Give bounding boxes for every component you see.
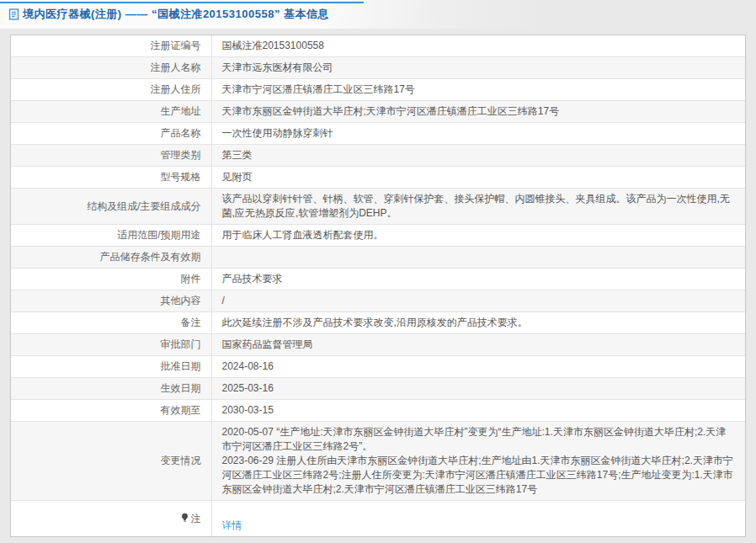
row-value: 天津市宁河区潘庄镇潘庄工业区三纬路17号 <box>211 79 745 101</box>
row-label: 适用范围/预期用途 <box>11 225 211 247</box>
row-value: 用于临床人工肾血液透析配套使用。 <box>211 225 745 247</box>
table-row-management-class: 管理类别 第三类 <box>11 145 745 167</box>
row-value: 国家药品监督管理局 <box>211 334 745 356</box>
row-value: 产品技术要求 <box>211 269 745 290</box>
row-value: 一次性使用动静脉穿刺针 <box>211 123 745 145</box>
details-link[interactable]: 详情 <box>222 519 242 531</box>
row-value: 详情 <box>211 501 745 537</box>
row-value: 此次延续注册不涉及产品技术要求改变,沿用原核发的产品技术要求。 <box>211 312 745 334</box>
row-label: 注册证编号 <box>11 35 211 57</box>
row-label: 注册人住所 <box>11 79 211 101</box>
row-value: 见附页 <box>211 167 745 189</box>
row-label: 产品名称 <box>11 123 211 145</box>
row-value: 2020-05-07 “生产地址:天津市东丽区金钟街道大毕庄村”变更为“生产地址… <box>211 422 745 501</box>
row-label: 备注 <box>11 312 211 334</box>
row-label: 结构及组成/主要组成成分 <box>11 189 211 225</box>
table-row-attachment: 附件 产品技术要求 <box>11 269 745 290</box>
table-row-other-content: 其他内容 / <box>11 290 745 312</box>
table-row-product-name: 产品名称 一次性使用动静脉穿刺针 <box>11 123 745 145</box>
row-value: 天津市东丽区金钟街道大毕庄村;天津市宁河区潘庄镇潘庄工业区三纬路17号 <box>211 101 745 123</box>
row-value: / <box>211 290 745 312</box>
table-row-note: 注 详情 <box>11 501 745 537</box>
row-value: 第三类 <box>211 145 745 167</box>
table-row-registrant-address: 注册人住所 天津市宁河区潘庄镇潘庄工业区三纬路17号 <box>11 79 745 101</box>
row-label: 型号规格 <box>11 167 211 189</box>
row-label: 注 <box>11 501 211 537</box>
document-icon <box>8 8 19 20</box>
row-value: 该产品以穿刺针针管、针柄、软管、穿刺针保护套、接头保护帽、内圆锥接头、夹具组成。… <box>211 189 745 225</box>
table-row-expiry-date: 有效期至 2030-03-15 <box>11 400 745 422</box>
row-value: 天津市远东医材有限公司 <box>211 57 745 79</box>
row-value: 国械注准20153100558 <box>211 35 745 57</box>
table-row-model-spec: 型号规格 见附页 <box>11 167 745 189</box>
table-row-remarks: 备注 此次延续注册不涉及产品技术要求改变,沿用原核发的产品技术要求。 <box>11 312 745 334</box>
row-label: 有效期至 <box>11 400 211 422</box>
table-row-intended-use: 适用范围/预期用途 用于临床人工肾血液透析配套使用。 <box>11 225 745 247</box>
registration-info-panel: 注册证编号 国械注准20153100558 注册人名称 天津市远东医材有限公司 … <box>10 35 746 537</box>
table-row-production-address: 生产地址 天津市东丽区金钟街道大毕庄村;天津市宁河区潘庄镇潘庄工业区三纬路17号 <box>11 101 745 123</box>
row-label: 管理类别 <box>11 145 211 167</box>
page-header: 境内医疗器械(注册) —— “国械注准20153100558” 基本信息 <box>0 0 756 29</box>
table-row-storage-conditions: 产品储存条件及有效期 <box>11 247 745 269</box>
table-row-structure-composition: 结构及组成/主要组成成分 该产品以穿刺针针管、针柄、软管、穿刺针保护套、接头保护… <box>11 189 745 225</box>
table-row-approval-department: 审批部门 国家药品监督管理局 <box>11 334 745 356</box>
lightbulb-icon <box>180 513 189 523</box>
table-row-change-history: 变更情况 2020-05-07 “生产地址:天津市东丽区金钟街道大毕庄村”变更为… <box>11 422 745 501</box>
row-label: 注册人名称 <box>11 57 211 79</box>
row-value: 2025-03-16 <box>211 378 745 400</box>
row-label: 其他内容 <box>11 290 211 312</box>
table-row-reg-number: 注册证编号 国械注准20153100558 <box>11 35 745 57</box>
row-label: 生产地址 <box>11 101 211 123</box>
row-label: 变更情况 <box>11 422 211 501</box>
row-value: 2024-08-16 <box>211 356 745 378</box>
table-row-registrant-name: 注册人名称 天津市远东医材有限公司 <box>11 57 745 79</box>
row-value: 2030-03-15 <box>211 400 745 422</box>
table-row-effective-date: 生效日期 2025-03-16 <box>11 378 745 400</box>
row-label: 产品储存条件及有效期 <box>11 247 211 269</box>
row-label: 审批部门 <box>11 334 211 356</box>
header-accent-line <box>0 2 364 3</box>
page-title: 境内医疗器械(注册) —— “国械注准20153100558” 基本信息 <box>23 7 329 22</box>
table-row-approval-date: 批准日期 2024-08-16 <box>11 356 745 378</box>
row-label: 批准日期 <box>11 356 211 378</box>
row-label: 生效日期 <box>11 378 211 400</box>
row-value <box>211 247 745 269</box>
row-label: 附件 <box>11 269 211 290</box>
registration-info-table: 注册证编号 国械注准20153100558 注册人名称 天津市远东医材有限公司 … <box>11 35 745 536</box>
note-label: 注 <box>191 513 201 524</box>
